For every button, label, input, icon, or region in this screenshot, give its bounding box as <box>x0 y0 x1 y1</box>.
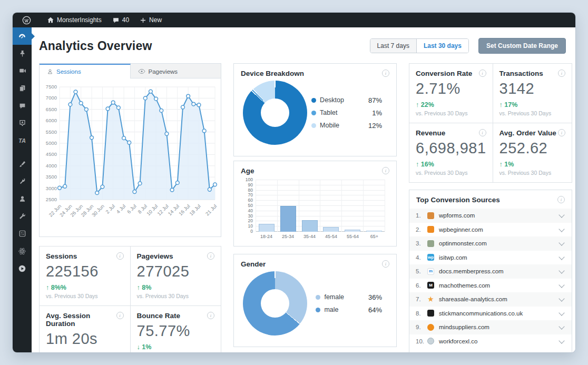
age-bar-chart[interactable]: 010203040506070809010018-2425-3435-4445-… <box>242 180 387 239</box>
sessions-line-chart[interactable]: 2500300035004000450050005500600065007000… <box>40 78 221 236</box>
sidebar-item-users[interactable] <box>13 190 32 208</box>
info-icon[interactable] <box>207 252 214 260</box>
age-bar-18-24[interactable] <box>259 224 275 232</box>
source-row[interactable]: 5.mdocs.memberpress.com <box>409 264 572 279</box>
metric-trend-value: 6% <box>51 351 61 352</box>
chevron-down-icon[interactable] <box>558 337 566 346</box>
info-icon[interactable] <box>382 260 389 268</box>
source-row[interactable]: 2.wpbeginner.com <box>409 223 572 237</box>
chevron-down-icon[interactable] <box>558 267 566 275</box>
source-row[interactable]: 9.mindsuppliers.com <box>409 320 572 334</box>
source-row[interactable]: 8.stickmancommunications.co.uk <box>409 307 572 321</box>
age-ytick-label: 60 <box>242 198 253 203</box>
info-icon[interactable] <box>479 70 486 77</box>
source-row[interactable]: 3.optinmonster.com <box>409 236 572 251</box>
media-icon <box>18 67 26 75</box>
age-bar-65+[interactable] <box>366 231 382 232</box>
arrow-up-icon: ↑ <box>137 284 142 291</box>
gender-donut-chart[interactable] <box>243 271 307 336</box>
sidebar-item-settings[interactable] <box>13 225 32 242</box>
legend-value: 36% <box>368 293 382 301</box>
site-name: MonsterInsights <box>57 16 102 24</box>
legend-label-male: male <box>316 306 344 313</box>
tab-sessions[interactable]: Sessions <box>40 64 131 78</box>
info-icon[interactable] <box>558 70 565 77</box>
source-row[interactable]: 10.workforcexl.co <box>409 334 572 349</box>
age-ytick-label: 10 <box>242 223 253 229</box>
chevron-down-icon[interactable] <box>558 253 566 262</box>
source-domain: docs.memberpress.com <box>439 268 558 274</box>
legend-label-female: female <box>316 293 344 301</box>
info-icon[interactable] <box>382 167 389 174</box>
sidebar-item-ta[interactable]: TA <box>13 132 32 149</box>
age-xtick-label: 45-54 <box>320 234 342 239</box>
chevron-down-icon[interactable] <box>558 281 566 290</box>
info-icon[interactable] <box>116 252 124 260</box>
top-sources-title: Top Conversion Sources <box>416 196 500 204</box>
source-domain: shareasale-analytics.com <box>439 296 558 302</box>
favicon: ★ <box>427 296 434 303</box>
tab-pageviews[interactable]: Pageviews <box>131 64 221 78</box>
home-icon <box>47 16 54 24</box>
chevron-down-icon[interactable] <box>558 295 566 303</box>
metric-compare: vs. Previous 30 Days <box>416 170 486 176</box>
metric-head: Revenue <box>416 129 486 137</box>
source-row[interactable]: 1.wpforms.com <box>409 209 572 223</box>
info-icon[interactable] <box>557 196 565 203</box>
info-icon[interactable] <box>479 129 486 136</box>
column-left: Sessions Pageviews 250030003500400045005… <box>39 63 221 352</box>
sidebar-item-plugins[interactable] <box>13 173 32 190</box>
sidebar-item-appearance[interactable] <box>13 155 32 173</box>
chevron-down-icon[interactable] <box>558 211 566 220</box>
age-bar-35-44[interactable] <box>302 220 318 232</box>
sidebar-item-video[interactable] <box>13 260 32 277</box>
new-menu[interactable]: New <box>135 13 166 27</box>
svg-text:2500: 2500 <box>46 196 57 202</box>
age-bar-55-64[interactable] <box>345 230 360 232</box>
age-bar-25-34[interactable] <box>280 206 296 232</box>
site-menu[interactable]: MonsterInsights <box>43 13 106 27</box>
comments-menu[interactable]: 40 <box>108 13 133 27</box>
sidebar-item-tools[interactable] <box>13 208 32 225</box>
legend-text: Tablet <box>320 109 337 116</box>
svg-text:5000: 5000 <box>46 140 57 146</box>
age-ytick-label: 70 <box>242 192 253 198</box>
chevron-down-icon[interactable] <box>558 239 566 248</box>
sidebar-item-insights-dashboard[interactable] <box>13 27 32 45</box>
info-icon[interactable] <box>116 312 124 319</box>
sidebar-item-posts[interactable] <box>13 45 32 62</box>
chevron-down-icon[interactable] <box>558 225 566 234</box>
last-7-days-button[interactable]: Last 7 days <box>370 39 417 53</box>
chevron-down-icon[interactable] <box>558 309 566 318</box>
source-row[interactable]: 4.wpisitwp.com <box>409 251 572 265</box>
metric-title: Avg. Order Value <box>499 129 556 137</box>
age-xtick-label: 35-44 <box>299 234 320 239</box>
set-custom-date-range-button[interactable]: Set Custom Date Range <box>478 38 566 54</box>
sidebar-item-media[interactable] <box>13 62 32 80</box>
source-row[interactable]: 6.Mmachothemes.com <box>409 279 572 293</box>
source-rank: 10. <box>416 338 427 344</box>
wordpress-logo[interactable] <box>18 13 35 27</box>
favicon: M <box>427 282 434 289</box>
metrics-right-grid: Conversion Rate2.71%↑ 22%vs. Previous 30… <box>409 63 572 183</box>
info-icon[interactable] <box>558 129 565 136</box>
sidebar-item-analytics-plugin[interactable] <box>13 242 32 260</box>
source-row[interactable]: 7.★shareasale-analytics.com <box>409 292 572 307</box>
column-right: Conversion Rate2.71%↑ 22%vs. Previous 30… <box>409 63 572 352</box>
info-icon[interactable] <box>207 312 214 319</box>
source-rank: 4. <box>416 254 427 261</box>
legend-text: Mobile <box>320 122 339 129</box>
device-donut-chart[interactable] <box>243 81 307 145</box>
sidebar-item-pages[interactable] <box>13 80 32 97</box>
chevron-down-icon[interactable] <box>558 323 566 331</box>
source-domain: optinmonster.com <box>439 240 558 246</box>
sidebar-item-comments[interactable] <box>13 97 32 114</box>
sessions-chart-panel: Sessions Pageviews 250030003500400045005… <box>39 63 221 237</box>
age-bar-45-54[interactable] <box>323 227 339 232</box>
metric-trend: ↑ 6% <box>46 351 124 352</box>
sidebar-item-feedback[interactable] <box>13 114 32 132</box>
last-30-days-button[interactable]: Last 30 days <box>417 39 468 53</box>
legend-value: 64% <box>368 306 382 314</box>
metric-head: Conversion Rate <box>416 70 486 77</box>
info-icon[interactable] <box>382 70 389 77</box>
